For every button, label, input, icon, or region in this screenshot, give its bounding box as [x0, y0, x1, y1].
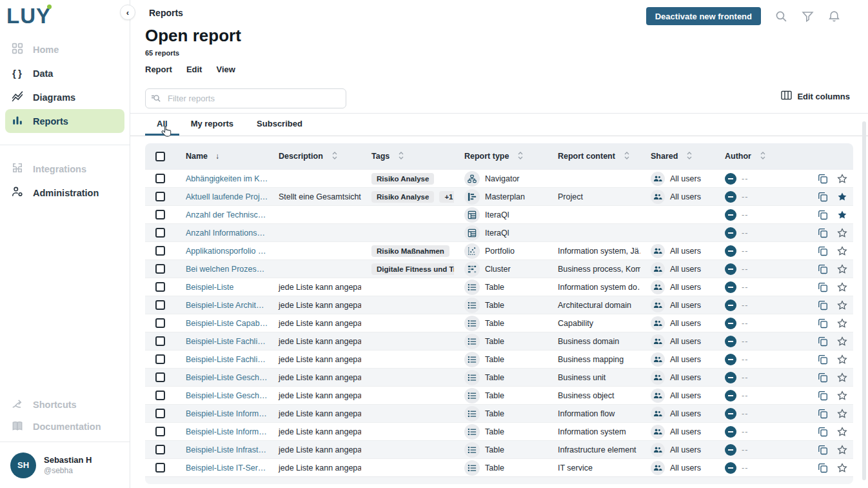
report-name-link[interactable]: Beispiel-Liste IT-Servic… — [186, 463, 268, 473]
column-header-name[interactable]: Name — [186, 152, 208, 161]
notifications-bell-icon[interactable] — [828, 10, 840, 23]
tab-all[interactable]: All — [145, 114, 179, 136]
edit-columns-button[interactable]: Edit columns — [781, 90, 850, 102]
column-header-tags[interactable]: Tags — [371, 152, 390, 161]
favorite-star-button[interactable] — [837, 246, 847, 256]
row-checkbox[interactable] — [155, 336, 165, 346]
report-name-link[interactable]: Anzahl Informationssy… — [186, 229, 268, 238]
row-checkbox[interactable] — [155, 318, 165, 328]
favorite-star-button[interactable] — [837, 282, 847, 292]
sort-toggle-icon[interactable] — [624, 152, 629, 161]
sidebar-item-documentation[interactable]: Documentation — [0, 416, 130, 438]
copy-report-button[interactable] — [818, 372, 828, 383]
report-name-link[interactable]: Beispiel-Liste Informati… — [186, 409, 268, 418]
report-name-link[interactable]: Abhängigkeiten im Kon… — [186, 174, 268, 183]
menu-view[interactable]: View — [216, 65, 235, 74]
row-checkbox[interactable] — [155, 372, 165, 382]
copy-report-button[interactable] — [818, 300, 828, 310]
copy-report-button[interactable] — [818, 192, 828, 202]
table-row[interactable]: Beispiel-Liste IT-Servic…jede Liste kann… — [145, 458, 853, 476]
copy-report-button[interactable] — [818, 463, 828, 473]
report-name-link[interactable]: Beispiel-Liste Fachlich… — [186, 355, 268, 364]
table-row[interactable]: Beispiel-Liste Informati…jede Liste kann… — [145, 422, 853, 440]
column-header-report-type[interactable]: Report type — [464, 152, 509, 161]
favorite-star-filled-button[interactable] — [837, 192, 847, 202]
favorite-star-button[interactable] — [837, 391, 847, 401]
table-row[interactable]: Anzahl der Technische…IteraQl-- — [145, 205, 853, 223]
table-row[interactable]: Abhängigkeiten im Kon…Risiko AnalyseNavi… — [145, 169, 853, 187]
filter-icon[interactable] — [802, 10, 814, 23]
filter-reports-input[interactable] — [145, 88, 346, 108]
table-row[interactable]: Beispiel-Liste Geschäft…jede Liste kann … — [145, 368, 853, 386]
luy-logo[interactable]: LUY — [6, 4, 51, 30]
row-checkbox[interactable] — [155, 427, 165, 436]
favorite-star-filled-button[interactable] — [837, 210, 847, 220]
column-header-shared[interactable]: Shared — [651, 152, 678, 161]
sort-toggle-icon[interactable] — [687, 152, 692, 161]
tab-subscribed[interactable]: Subscribed — [245, 114, 314, 136]
row-checkbox[interactable] — [155, 174, 165, 183]
favorite-star-button[interactable] — [837, 300, 847, 310]
copy-report-button[interactable] — [818, 228, 828, 238]
table-row[interactable]: Bei welchen Prozessen…Digitale Fitness u… — [145, 259, 853, 278]
copy-report-button[interactable] — [818, 445, 828, 455]
row-checkbox[interactable] — [155, 409, 165, 418]
favorite-star-button[interactable] — [837, 463, 847, 473]
column-header-description[interactable]: Description — [279, 152, 323, 161]
copy-report-button[interactable] — [818, 174, 828, 184]
favorite-star-button[interactable] — [837, 354, 847, 365]
menu-edit[interactable]: Edit — [186, 65, 202, 74]
vertical-scrollbar[interactable] — [862, 121, 866, 480]
sidebar-collapse-button[interactable]: ‹ — [120, 5, 135, 20]
sidebar-item-reports[interactable]: Reports — [5, 109, 124, 133]
sidebar-item-integrations[interactable]: Integrations — [0, 157, 130, 181]
column-header-author[interactable]: Author — [725, 152, 751, 161]
report-name-link[interactable]: Beispiel-Liste Infrastru… — [186, 445, 268, 454]
row-checkbox[interactable] — [155, 391, 165, 400]
favorite-star-button[interactable] — [837, 409, 847, 419]
table-row[interactable]: Applikationsporfolio Ü…Risiko MaßnahmenP… — [145, 241, 853, 259]
sidebar-item-home[interactable]: Home — [0, 37, 130, 61]
table-row[interactable]: Aktuell laufende Projek…Stellt eine Gesa… — [145, 187, 853, 205]
row-checkbox[interactable] — [155, 300, 165, 310]
report-name-link[interactable]: Beispiel-Liste — [186, 283, 233, 292]
sidebar-item-data[interactable]: { } Data — [0, 61, 130, 85]
sidebar-item-diagrams[interactable]: Diagrams — [0, 85, 130, 109]
sort-toggle-icon[interactable] — [332, 152, 337, 161]
table-row[interactable]: Beispiel-Liste Geschäft…jede Liste kann … — [145, 386, 853, 404]
sort-toggle-icon[interactable] — [760, 152, 765, 161]
copy-report-button[interactable] — [818, 391, 828, 401]
report-name-link[interactable]: Bei welchen Prozessen… — [186, 265, 268, 274]
report-name-link[interactable]: Beispiel-Liste Architekt… — [186, 301, 268, 310]
tab-my-reports[interactable]: My reports — [179, 114, 245, 136]
menu-report[interactable]: Report — [145, 65, 172, 74]
copy-report-button[interactable] — [818, 246, 828, 256]
copy-report-button[interactable] — [818, 264, 828, 274]
table-row[interactable]: Anzahl Informationssy…IteraQl-- — [145, 223, 853, 241]
report-name-link[interactable]: Beispiel-Liste Geschäft… — [186, 391, 268, 400]
report-name-link[interactable]: Anzahl der Technische… — [186, 210, 268, 219]
favorite-star-button[interactable] — [837, 174, 847, 184]
row-checkbox[interactable] — [155, 264, 165, 274]
report-name-link[interactable]: Beispiel-Liste Geschäft… — [186, 373, 268, 382]
row-checkbox[interactable] — [155, 445, 165, 454]
favorite-star-button[interactable] — [837, 264, 847, 274]
row-checkbox[interactable] — [155, 463, 165, 473]
deactivate-frontend-button[interactable]: Deactivate new frontend — [646, 7, 761, 25]
copy-report-button[interactable] — [818, 354, 828, 365]
report-name-link[interactable]: Aktuell laufende Projek… — [186, 192, 268, 201]
search-icon[interactable] — [775, 10, 787, 23]
table-row[interactable]: Beispiel-Liste Fachlich…jede Liste kann … — [145, 332, 853, 350]
table-row[interactable]: Beispiel-Liste Fachlich…jede Liste kann … — [145, 350, 853, 368]
row-checkbox[interactable] — [155, 210, 165, 219]
report-name-link[interactable]: Applikationsporfolio Ü… — [186, 247, 268, 256]
sort-toggle-icon[interactable] — [399, 152, 404, 161]
row-checkbox[interactable] — [155, 282, 165, 292]
row-checkbox[interactable] — [155, 246, 165, 256]
favorite-star-button[interactable] — [837, 336, 847, 347]
favorite-star-button[interactable] — [837, 318, 847, 329]
user-panel[interactable]: SH Sebastian H @sebha — [0, 442, 130, 488]
report-name-link[interactable]: Beispiel-Liste Fachlich… — [186, 337, 268, 346]
row-checkbox[interactable] — [155, 192, 165, 201]
copy-report-button[interactable] — [818, 318, 828, 329]
